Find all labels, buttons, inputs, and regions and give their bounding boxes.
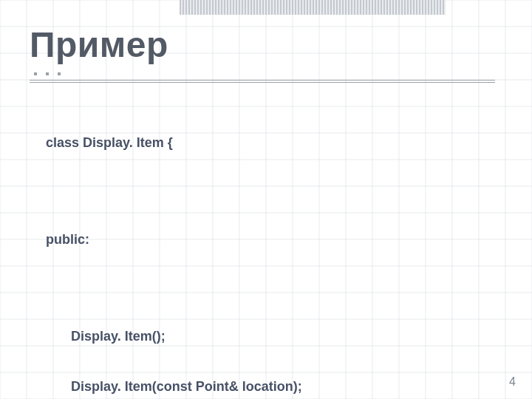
page-number: 4: [509, 375, 516, 389]
decorative-dots: [30, 69, 495, 80]
slide-content: Пример class Display. Item { public: Dis…: [0, 0, 532, 399]
code-line: Display. Item();: [46, 328, 495, 345]
title-block: Пример: [30, 27, 495, 83]
code-line: class Display. Item {: [46, 134, 495, 151]
slide-title: Пример: [30, 27, 495, 68]
code-block: class Display. Item { public: Display. I…: [46, 100, 495, 399]
code-line: public:: [46, 231, 495, 248]
code-line: Display. Item(const Point& location);: [46, 378, 495, 395]
